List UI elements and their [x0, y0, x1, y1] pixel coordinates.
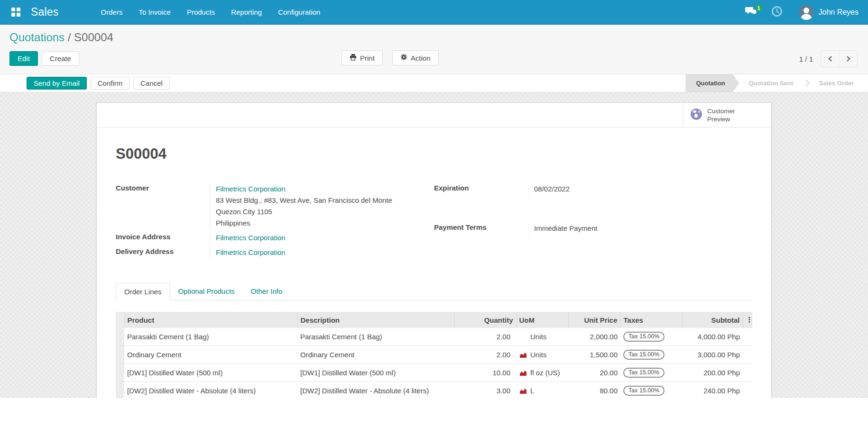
app-name[interactable]: Sales	[31, 6, 59, 18]
invoice-address-link[interactable]: Filmetrics Corporation	[216, 234, 286, 242]
cell-taxes: Tax 15.00%	[620, 346, 682, 364]
gear-icon	[400, 54, 407, 62]
table-header-row: Product Description Quantity UoM Unit Pr…	[116, 312, 752, 328]
user-name: John Reyes	[819, 8, 859, 17]
status-step-quotation[interactable]: Quotation	[685, 74, 739, 92]
menu-to-invoice[interactable]: To Invoice	[130, 0, 179, 25]
column-options-icon[interactable]: ⋮	[743, 312, 752, 328]
expiration-label: Expiration	[434, 183, 528, 192]
cell-quantity: 2.00	[454, 346, 516, 364]
main-menu: Orders To Invoice Products Reporting Con…	[93, 0, 329, 24]
cell-product: [DW2] Distilled Water - Absolute (4 lite…	[124, 382, 297, 399]
delivery-address-value: Filmetrics Corporation	[210, 247, 434, 258]
cell-taxes: Tax 15.00%	[620, 328, 682, 346]
payment-terms-value: Immediate Payment	[528, 223, 752, 234]
globe-icon	[690, 108, 702, 122]
tax-badge: Tax 15.00%	[623, 332, 665, 342]
cell-uom: L	[516, 382, 568, 399]
menu-orders[interactable]: Orders	[93, 0, 131, 25]
delivery-address-link[interactable]: Filmetrics Corporation	[216, 248, 286, 256]
customer-preview-button[interactable]: Customer Preview	[683, 103, 771, 127]
chevron-right-icon	[803, 80, 810, 87]
messages-button[interactable]: 1	[740, 3, 762, 21]
confirm-button[interactable]: Confirm	[91, 77, 130, 90]
cell-taxes: Tax 15.00%	[620, 382, 682, 399]
row-handle	[116, 364, 124, 382]
pager-next-button[interactable]	[839, 51, 857, 67]
content-area: Customer Preview S00004 Customer Filmetr…	[0, 92, 868, 398]
send-by-email-button[interactable]: Send by Email	[27, 77, 87, 90]
menu-products[interactable]: Products	[179, 0, 223, 25]
print-button[interactable]: Print	[342, 50, 383, 65]
printer-icon	[350, 54, 357, 62]
cell-product: Parasakti Cement (1 Bag)	[124, 328, 297, 346]
invoice-address-value: Filmetrics Corporation	[210, 232, 434, 244]
cell-subtotal: 200.00 Php	[682, 364, 743, 382]
customer-address-line1: 83 West Bldg., #83, West Ave, San Franci…	[216, 196, 392, 204]
tab-order-lines[interactable]: Order Lines	[116, 283, 170, 300]
edit-button[interactable]: Edit	[9, 51, 38, 66]
cell-product: Ordinary Cement	[124, 346, 297, 364]
tab-other-info[interactable]: Other Info	[243, 283, 291, 300]
cell-unit-price: 80.00	[568, 382, 620, 399]
cell-quantity: 10.00	[454, 364, 516, 382]
apps-menu-icon[interactable]	[9, 5, 23, 19]
tax-badge: Tax 15.00%	[623, 368, 665, 378]
forecast-icon[interactable]	[519, 352, 527, 358]
breadcrumb-quotations[interactable]: Quotations	[9, 31, 65, 44]
breadcrumb-current: S00004	[74, 31, 113, 44]
tax-badge: Tax 15.00%	[623, 350, 665, 360]
field-groups: Customer Filmetrics Corporation 83 West …	[116, 183, 752, 258]
status-step-sales-order[interactable]: Sales Order	[810, 74, 863, 92]
delivery-address-label: Delivery Address	[116, 247, 210, 255]
activities-button[interactable]	[766, 3, 787, 22]
row-handle	[116, 328, 124, 346]
cell-description: [DW2] Distilled Water - Absolute (4 lite…	[297, 382, 454, 399]
menu-configuration[interactable]: Configuration	[270, 0, 328, 25]
status-step-quotation-sent[interactable]: Quotation Sent	[739, 74, 803, 92]
table-row[interactable]: Ordinary Cement Ordinary Cement 2.00 Uni…	[116, 346, 752, 364]
cell-subtotal: 3,000.00 Php	[682, 346, 743, 364]
row-handle	[116, 346, 124, 364]
column-quantity: Quantity	[454, 312, 516, 328]
cell-description: [DW1] Distilled Water (500 ml)	[297, 364, 454, 382]
form-sheet: Customer Preview S00004 Customer Filmetr…	[96, 102, 772, 398]
pager-value: 1 / 1	[799, 55, 813, 63]
user-menu[interactable]: John Reyes	[792, 5, 859, 20]
column-uom: UoM	[516, 312, 568, 328]
right-field-group: Expiration 08/02/2022 Payment Terms Imme…	[434, 183, 752, 258]
control-panel: Quotations / S00004 Edit Create Print	[0, 25, 868, 74]
action-button[interactable]: Action	[392, 50, 439, 65]
menu-reporting[interactable]: Reporting	[223, 0, 270, 25]
cell-unit-price: 2,000.00	[568, 328, 620, 346]
cancel-button[interactable]: Cancel	[133, 77, 170, 90]
statusbar: Send by Email Confirm Cancel Quotation Q…	[0, 74, 868, 92]
pager-previous-button[interactable]	[821, 51, 839, 67]
column-description: Description	[297, 312, 454, 328]
forecast-icon[interactable]	[519, 388, 527, 394]
avatar	[799, 5, 814, 20]
cell-taxes: Tax 15.00%	[620, 364, 682, 382]
column-taxes: Taxes	[620, 312, 682, 328]
row-handle	[116, 382, 124, 399]
order-lines-table: Product Description Quantity UoM Unit Pr…	[116, 312, 752, 398]
customer-address-line2: Quezon City 1105	[216, 208, 272, 216]
notebook-tabs: Order Lines Optional Products Other Info	[116, 283, 752, 300]
cell-uom: Units	[516, 328, 568, 346]
table-row[interactable]: [DW1] Distilled Water (500 ml) [DW1] Dis…	[116, 364, 752, 382]
customer-label: Customer	[116, 183, 210, 192]
handle-column-header	[116, 312, 124, 328]
table-row[interactable]: Parasakti Cement (1 Bag) Parasakti Cemen…	[116, 328, 752, 346]
expiration-value: 08/02/2022	[528, 183, 752, 195]
cell-uom: fl oz (US)	[516, 364, 568, 382]
forecast-icon[interactable]	[519, 370, 527, 376]
customer-link[interactable]: Filmetrics Corporation	[216, 185, 286, 193]
tab-optional-products[interactable]: Optional Products	[170, 283, 242, 300]
table-row[interactable]: [DW2] Distilled Water - Absolute (4 lite…	[116, 382, 752, 399]
button-box: Customer Preview	[97, 103, 771, 127]
cell-quantity: 2.00	[454, 328, 516, 346]
create-button[interactable]: Create	[42, 51, 79, 66]
cell-description: Ordinary Cement	[297, 346, 454, 364]
cell-quantity: 3.00	[454, 382, 516, 399]
cell-description: Parasakti Cement (1 Bag)	[297, 328, 454, 346]
